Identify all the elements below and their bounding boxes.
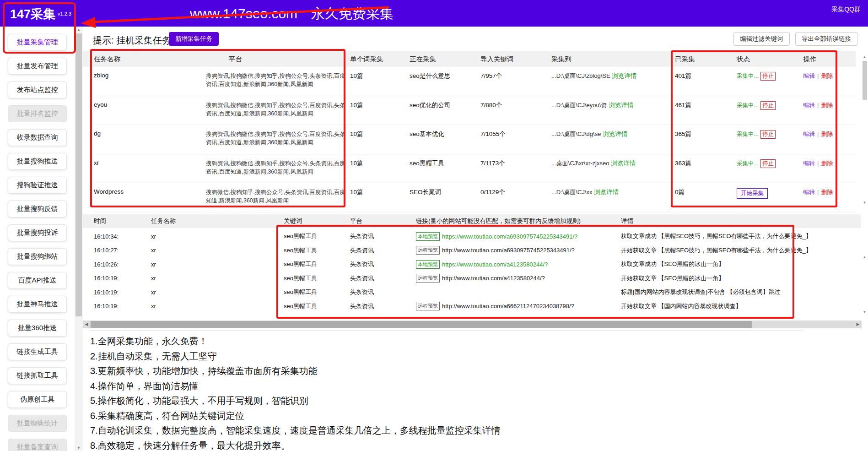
collecting-keyword: seo基本优化 bbox=[410, 130, 480, 138]
col-link: 链接(量小的网站可能没有匹配，如需要可群内反馈增加规则) bbox=[416, 217, 621, 225]
col-log-task-name: 任务名称 bbox=[151, 217, 284, 225]
save-path: ...D:\桌面\CJ\xx bbox=[551, 189, 593, 196]
log-detail: 开始获取文章 【黑帽SEO技巧，黑帽SEO有哪些手法，为什么要避免_】 bbox=[621, 246, 861, 255]
stop-button[interactable]: 停止 bbox=[760, 159, 776, 168]
sidebar-item[interactable]: 批量采集管理 bbox=[8, 34, 67, 51]
task-platforms: 搜狗资讯,搜狗微信,搜狗知乎,搜狗公众号,百度资讯,头条资讯,百度知道,新浪新闻… bbox=[206, 130, 350, 147]
save-path: ...D:\桌面\CJ\eyou\资 bbox=[551, 102, 607, 109]
log-platform: 头条资讯 bbox=[350, 246, 416, 255]
sidebar-item[interactable]: 链接生成工具 bbox=[8, 343, 67, 360]
sidebar-item[interactable]: 发布站点监控 bbox=[8, 82, 67, 98]
sidebar-item[interactable]: 搜狗验证推送 bbox=[8, 177, 67, 194]
view-detail-link[interactable]: 浏览详情 bbox=[603, 130, 627, 137]
table-row: eyou 搜狗资讯,搜狗微信,搜狗知乎,搜狗公众号,百度资讯,头条资讯,百度知道… bbox=[94, 96, 856, 125]
task-name: xr bbox=[94, 159, 206, 166]
delete-link[interactable]: 删除 bbox=[821, 102, 833, 109]
view-detail-link[interactable]: 浏览详情 bbox=[611, 160, 636, 167]
app-version: v1.2.3 bbox=[58, 11, 71, 16]
delete-link[interactable]: 删除 bbox=[821, 72, 833, 79]
preview-badge[interactable]: 远程预览 bbox=[416, 246, 440, 255]
status-collecting-label: 采集中... bbox=[737, 73, 759, 79]
edit-link[interactable]: 编辑 bbox=[803, 72, 815, 79]
task-name: eyou bbox=[94, 101, 206, 108]
log-row: 16:10:19: xr seo黑帽工具 头条资讯 远程预览http://www… bbox=[94, 272, 861, 286]
log-detail: 标题[国内网站内容暴改现状调查]不包含 【必须包含词】跳过 bbox=[621, 288, 861, 296]
right-scrollbar-thumb[interactable] bbox=[863, 61, 867, 100]
log-scroll-up-icon[interactable]: ▲ bbox=[862, 255, 868, 259]
log-url-link[interactable]: http://www.toutiao.com/a4123580244/? bbox=[442, 275, 545, 282]
feature-line: 5.操作极简化，功能最强大，不用手写规则，智能识别 bbox=[90, 393, 803, 408]
log-row: 16:10:19: xr seo黑帽工具 头条资讯 标题[国内网站内容暴改现状调… bbox=[94, 285, 861, 299]
new-task-button[interactable]: 新增采集任务 bbox=[169, 32, 219, 46]
scroll-up-icon[interactable]: ▲ bbox=[75, 27, 83, 33]
sidebar-item[interactable]: 批量搜狗投诉 bbox=[8, 224, 67, 241]
sidebar-item[interactable]: 链接抓取工具 bbox=[8, 367, 67, 384]
save-path: ...D:\桌面\CJ\zblog\SE bbox=[551, 72, 610, 79]
preview-badge[interactable]: 本地预览 bbox=[416, 232, 440, 241]
view-detail-link[interactable]: 浏览详情 bbox=[612, 72, 636, 79]
table-row: Wordpress 搜狗微信,搜狗知乎,搜狗公众号,头条资讯,百度资讯,百度知道… bbox=[94, 183, 856, 212]
log-scroll-down-icon[interactable]: ▼ bbox=[862, 310, 868, 314]
action-separator: | bbox=[817, 72, 819, 79]
feature-line: 4.操作简单，界面简洁易懂 bbox=[90, 379, 803, 394]
sidebar-item[interactable]: 百度API推送 bbox=[8, 272, 67, 289]
stop-button[interactable]: 停止 bbox=[760, 101, 776, 110]
delete-link[interactable]: 删除 bbox=[821, 189, 833, 196]
left-scrollbar[interactable]: ▲ ▼ bbox=[75, 27, 83, 451]
log-url-link[interactable]: https://www.toutiao.com/a693097574522534… bbox=[442, 233, 577, 240]
log-url-link[interactable]: http://www.toutiao.com/a6662112470234038… bbox=[442, 303, 574, 310]
left-scrollbar-thumb[interactable] bbox=[75, 33, 82, 316]
edit-filter-keywords-button[interactable]: 编辑过滤关键词 bbox=[733, 32, 790, 46]
stop-button[interactable]: 停止 bbox=[760, 72, 776, 81]
sidebar-item[interactable]: 收录数据查询 bbox=[8, 129, 67, 146]
feature-line: 7.自动轮训采集，数据完整度高，智能采集速度，速度是普通采集几倍之上，多线程批量… bbox=[90, 423, 803, 438]
edit-link[interactable]: 编辑 bbox=[803, 102, 815, 109]
edit-link[interactable]: 编辑 bbox=[803, 189, 815, 196]
scroll-right-icon[interactable]: ▶ bbox=[854, 321, 862, 328]
action-separator: | bbox=[817, 130, 819, 137]
sidebar-item[interactable]: 批量搜狗反馈 bbox=[8, 201, 67, 217]
log-time: 16:10:27: bbox=[94, 247, 151, 254]
preview-badge[interactable]: 远程预览 bbox=[416, 274, 440, 283]
sidebar-item[interactable]: 批量神马推送 bbox=[8, 296, 67, 313]
log-platform: 头条资讯 bbox=[350, 274, 416, 283]
col-collected: 已采集 bbox=[675, 55, 737, 64]
col-collecting: 正在采集 bbox=[410, 55, 480, 64]
scroll-down-icon[interactable]: ▼ bbox=[75, 445, 83, 451]
save-path: ...桌面\CJ\xr\xr-zjxseo bbox=[551, 160, 609, 167]
sidebar-item[interactable]: 批量搜狗绑站 bbox=[8, 248, 67, 265]
horizontal-scrollbar-thumb[interactable] bbox=[91, 321, 752, 328]
delete-link[interactable]: 删除 bbox=[821, 160, 833, 167]
view-detail-link[interactable]: 浏览详情 bbox=[609, 102, 633, 109]
imported-keywords: 7/880个 bbox=[480, 101, 551, 109]
edit-link[interactable]: 编辑 bbox=[803, 160, 815, 167]
qq-group-link[interactable]: 采集QQ群 bbox=[831, 5, 861, 14]
imported-keywords: 7/957个 bbox=[480, 72, 551, 80]
features-list: 1.全网采集功能，永久免费！2.挂机自动采集，无需人工坚守3.更新频率快，功能增… bbox=[89, 331, 803, 451]
task-name: dg bbox=[94, 130, 206, 137]
table-row: dg 搜狗资讯,搜狗微信,搜狗知乎,搜狗公众号,百度资讯,头条资讯,百度知道,新… bbox=[94, 125, 856, 154]
edit-link[interactable]: 编辑 bbox=[803, 130, 815, 137]
sidebar-item[interactable]: 批量搜狗推送 bbox=[8, 153, 67, 170]
sidebar-item[interactable]: 伪原创工具 bbox=[8, 391, 67, 408]
sidebar-item[interactable]: 批量360推送 bbox=[8, 320, 67, 337]
tasks-table-header: 任务名称 平台 单个词采集 正在采集 导入关键词 采集到 已采集 状态 操作 bbox=[83, 51, 856, 67]
collected-count: 461篇 bbox=[675, 101, 737, 109]
right-scroll-down-icon[interactable]: ▼ bbox=[862, 201, 868, 205]
preview-badge[interactable]: 远程预览 bbox=[416, 302, 440, 310]
preview-badge[interactable]: 本地预览 bbox=[416, 260, 440, 269]
sidebar-item[interactable]: 批量发布管理 bbox=[8, 58, 67, 75]
per-word-count: 10篇 bbox=[350, 159, 410, 168]
export-error-links-button[interactable]: 导出全部错误链接 bbox=[795, 32, 857, 46]
start-collect-button[interactable]: 开始采集 bbox=[737, 188, 768, 199]
sidebar-item: 批量排名监控 bbox=[8, 105, 67, 122]
col-actions: 操作 bbox=[803, 55, 856, 64]
scroll-left-icon[interactable]: ◀ bbox=[83, 321, 90, 328]
delete-link[interactable]: 删除 bbox=[821, 130, 833, 137]
horizontal-scrollbar[interactable]: ◀ ▶ bbox=[83, 321, 862, 328]
log-url-link[interactable]: https://www.toutiao.com/a4123580244/? bbox=[442, 261, 548, 268]
right-scroll-up-icon[interactable]: ▲ bbox=[862, 55, 868, 59]
log-url-link[interactable]: http://www.toutiao.com/a6930975745225343… bbox=[442, 247, 575, 254]
stop-button[interactable]: 停止 bbox=[760, 130, 776, 139]
view-detail-link[interactable]: 浏览详情 bbox=[594, 189, 619, 196]
